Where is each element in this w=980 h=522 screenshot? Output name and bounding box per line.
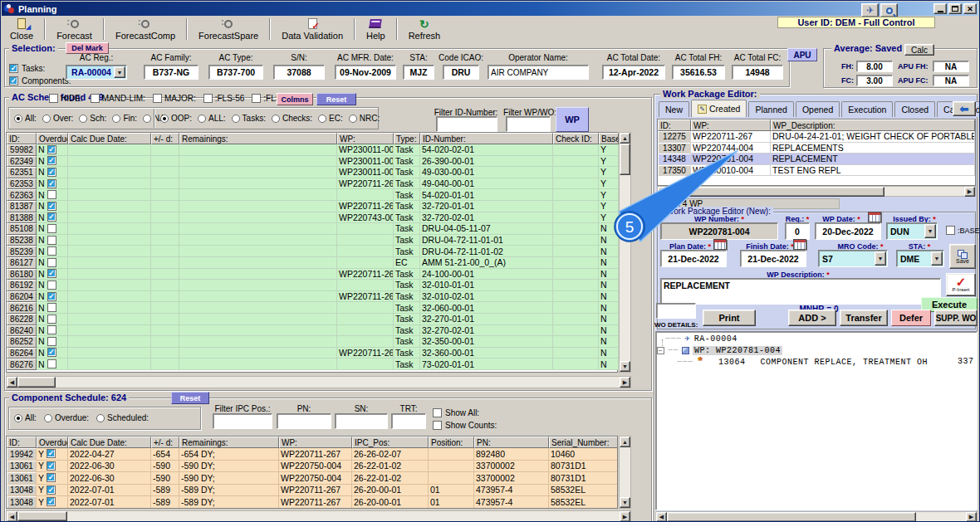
task-row[interactable]: 81387NWP220711-267Task32-720-01-01Y [7, 201, 617, 212]
checkbox[interactable] [252, 94, 261, 103]
checkbox[interactable] [153, 94, 162, 103]
cell[interactable]: N [37, 291, 68, 303]
scroll-down-icon[interactable]: ▼ [620, 497, 630, 508]
scroll-left-icon[interactable]: ◀ [656, 512, 667, 522]
radio-button[interactable] [14, 115, 22, 123]
column-header-wp[interactable]: WP: [279, 437, 352, 448]
radio-button[interactable] [198, 115, 206, 123]
confirm-button[interactable]: ✓ P-Insert [946, 273, 976, 296]
scroll-left-icon[interactable]: ◀ [7, 377, 17, 388]
toolbar-button-forecast[interactable]: Forecast [49, 17, 100, 41]
column-header-calc-due-date[interactable]: Calc Due Date: [68, 133, 151, 144]
task-row[interactable]: 59982NWP230011-004Task54-020-02-01Y [7, 144, 617, 156]
radio-button[interactable] [96, 414, 105, 422]
radio-button[interactable] [232, 115, 240, 123]
scroll-right-icon[interactable]: ▶ [964, 187, 975, 197]
task-row[interactable]: 86216NTask32-060-00-01N [7, 302, 617, 314]
task-row[interactable]: 86192NTask32-010-01-01N [7, 280, 617, 291]
row-checkbox[interactable] [47, 315, 56, 324]
collapse-panel-button[interactable]: ⬅ [953, 101, 976, 116]
cell[interactable]: N [37, 314, 68, 325]
toolbar-button-forecastspare[interactable]: ForecastSpare [191, 17, 266, 41]
toolbar-button-forecastcomp[interactable]: ForecastComp [108, 17, 183, 41]
cell[interactable]: N [37, 348, 68, 359]
cell[interactable]: Y [37, 472, 68, 485]
task-row[interactable]: 62349NWP230011-004Task26-390-00-01Y [7, 156, 617, 168]
radio-button[interactable] [318, 115, 326, 123]
cell[interactable]: N [37, 144, 68, 156]
checkbox[interactable] [49, 94, 58, 103]
task-row[interactable]: 86240NTask32-270-02-01N [7, 325, 617, 337]
tab-planned[interactable]: Planned [748, 101, 794, 117]
checkbox[interactable] [433, 421, 442, 430]
apu-button[interactable]: APU [787, 48, 817, 61]
task-row[interactable]: 85108NTaskDRU-04-05-11-07N [7, 223, 617, 235]
chevron-down-icon[interactable]: ▼ [924, 224, 936, 238]
row-checkbox[interactable] [47, 325, 56, 334]
task-row[interactable]: 86180NWP220711-267Task24-100-00-01N [7, 269, 617, 281]
chevron-down-icon[interactable]: ▼ [875, 251, 886, 266]
cell[interactable]: N [37, 246, 68, 257]
row-checkbox[interactable] [47, 348, 56, 357]
filter-input-pn[interactable] [277, 413, 331, 429]
cell[interactable]: N [37, 212, 68, 224]
radio-button[interactable] [143, 115, 151, 123]
checkbox[interactable] [203, 94, 213, 103]
radio-button[interactable] [14, 414, 22, 422]
tab-opened[interactable]: Opened [796, 101, 840, 117]
toolbar-button-refresh[interactable]: ↻Refresh [401, 17, 448, 41]
row-checkbox[interactable] [47, 246, 56, 256]
component-row[interactable]: 13048Y2022-07-01-589-589 DY;WP220711-267… [7, 485, 617, 497]
radio-button[interactable] [349, 115, 357, 123]
cell[interactable]: Y [37, 461, 68, 473]
column-header-overdue[interactable]: Overdue: [37, 437, 68, 448]
minimize-button[interactable] [933, 3, 947, 14]
tab-closed[interactable]: Closed [894, 101, 935, 117]
scroll-up-icon[interactable]: ▲ [620, 437, 630, 447]
checkbox[interactable] [9, 76, 18, 85]
title-bar[interactable]: Planning [2, 2, 978, 16]
component-reset-button[interactable]: Reset [171, 392, 209, 404]
column-header-d[interactable]: +/- d: [151, 437, 179, 448]
row-checkbox[interactable] [47, 497, 56, 506]
close-window-button[interactable]: ✕ [963, 3, 977, 14]
checkbox[interactable] [91, 94, 100, 103]
scroll-left-icon[interactable]: ◀ [7, 511, 17, 522]
cell[interactable]: Y [37, 496, 68, 509]
checkbox[interactable] [9, 64, 18, 73]
row-checkbox[interactable] [47, 156, 56, 165]
wo-details-input[interactable] [656, 303, 696, 319]
toolbar-button-close[interactable]: Close [2, 17, 41, 41]
scroll-down-icon[interactable]: ▼ [620, 361, 630, 372]
column-header-remainings[interactable]: Remainings: [179, 133, 337, 144]
restore-button[interactable] [948, 3, 962, 14]
chevron-down-icon[interactable]: ▼ [114, 66, 125, 78]
radio-button[interactable] [79, 115, 87, 123]
aircraft-tool-button[interactable]: ✈ [861, 3, 879, 17]
row-checkbox[interactable] [47, 168, 56, 177]
component-hscrollbar[interactable]: ◀ ▶ [6, 510, 631, 522]
row-checkbox[interactable] [47, 281, 56, 290]
task-row[interactable]: 62351NWP230011-004Task49-030-00-01Y [7, 167, 617, 178]
row-checkbox[interactable] [47, 485, 56, 495]
base-checkbox[interactable] [946, 226, 955, 235]
cell[interactable]: Y [37, 485, 68, 497]
del-mark-button[interactable]: Del Mark [66, 42, 109, 54]
wp-button[interactable]: WP [556, 107, 589, 132]
row-checkbox[interactable] [47, 145, 56, 154]
collapse-node-icon[interactable]: − [657, 347, 664, 354]
wp-description-textarea[interactable]: REPLACEMENT [660, 278, 941, 305]
scroll-thumb[interactable] [17, 511, 67, 521]
column-header-id-number[interactable]: ID-Number: [420, 133, 553, 144]
wp-date-field[interactable]: 20-Dec-2022 [815, 222, 881, 240]
component-row[interactable]: 13061Y2022-06-30-590-590 DY;WP220750-004… [7, 461, 617, 473]
scroll-thumb[interactable] [17, 377, 56, 388]
row-checkbox[interactable] [47, 461, 56, 471]
cell[interactable]: N [37, 178, 68, 190]
filter-wp-input[interactable] [506, 116, 551, 132]
row-checkbox[interactable] [47, 449, 56, 458]
filter-input-sn[interactable] [335, 413, 388, 429]
tree-wp-node[interactable]: − ┄┄ WP: WP220781-004 [657, 345, 782, 355]
tree-hscrollbar[interactable]: ◀ ▶ [655, 511, 978, 522]
component-row[interactable]: 13061Y2022-06-30-590-590 DY;WP220750-004… [7, 472, 617, 485]
